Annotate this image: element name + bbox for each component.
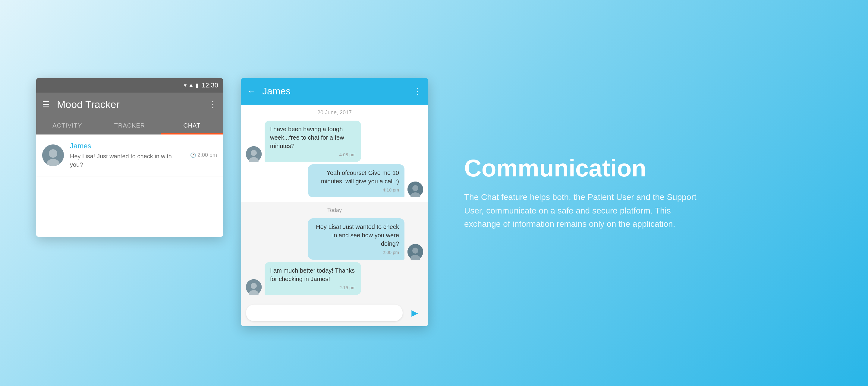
contact-name: James — [70, 142, 184, 150]
status-bar-1: ▾ ▲ ▮ 12:30 — [36, 78, 223, 93]
battery-icon: ▮ — [195, 82, 198, 89]
right-content: Communication The Chat feature helps bot… — [464, 155, 705, 231]
phone-1-screen: ▾ ▲ ▮ 12:30 ☰ Mood Tracker ⋮ ACTIVITY TR… — [36, 78, 223, 237]
chat-contact-name: James — [262, 86, 407, 97]
chat-list: James Hey Lisa! Just wanted to check in … — [36, 135, 223, 176]
chat-app-bar: ← James ⋮ — [241, 78, 428, 105]
message-time: 🕐 2:00 pm — [190, 152, 217, 158]
menu-icon[interactable]: ☰ — [42, 99, 50, 110]
message-group-2: Today Hey Lisa! Ju — [241, 202, 428, 300]
chat-list-item[interactable]: James Hey Lisa! Just wanted to check in … — [36, 135, 223, 176]
receiver-avatar-1 — [407, 182, 423, 197]
message-bubble-3: Hey Lisa! Just wanted to check in and se… — [308, 218, 404, 260]
avatar-james — [42, 144, 64, 166]
message-row-sent-1: Yeah ofcourse! Give me 10 minutes, will … — [246, 165, 423, 197]
app-title: Mood Tracker — [57, 99, 201, 110]
message-input[interactable] — [246, 304, 403, 321]
clock-display: 12:30 — [202, 82, 218, 89]
svg-point-4 — [251, 150, 257, 156]
send-button[interactable]: ► — [406, 304, 423, 322]
receiver-avatar-2 — [407, 244, 423, 260]
more-options-icon[interactable]: ⋮ — [209, 99, 217, 110]
message-bubble-2: Yeah ofcourse! Give me 10 minutes, will … — [308, 165, 404, 197]
communication-title: Communication — [464, 155, 705, 182]
svg-point-13 — [251, 283, 257, 289]
svg-point-10 — [412, 247, 418, 254]
message-group-june: I have been having a tough week...free t… — [241, 121, 428, 202]
tab-tracker[interactable]: TRACKER — [98, 117, 161, 135]
message-row-sent-2: Hey Lisa! Just wanted to check in and se… — [246, 218, 423, 260]
message-group-today: Hey Lisa! Just wanted to check in and se… — [241, 218, 428, 300]
wifi-icon: ▾ — [184, 82, 187, 89]
chat-info: James Hey Lisa! Just wanted to check in … — [70, 142, 184, 169]
app-bar-1: ☰ Mood Tracker ⋮ — [36, 93, 223, 117]
phone-2-screen: ← James ⋮ 20 June, 2017 — [241, 78, 428, 326]
message-bubble-1: I have been having a tough week...free t… — [265, 121, 361, 162]
message-group-1: 20 June, 2017 I ha — [241, 105, 428, 202]
chat-more-icon[interactable]: ⋮ — [413, 86, 422, 96]
signal-icon: ▲ — [188, 82, 194, 88]
message-bubble-4: I am much better today! Thanks for check… — [265, 262, 361, 295]
status-icons: ▾ ▲ ▮ — [184, 82, 198, 89]
sender-avatar-1 — [246, 146, 261, 162]
message-preview: Hey Lisa! Just wanted to check in with y… — [70, 152, 184, 169]
back-icon[interactable]: ← — [247, 86, 256, 96]
send-icon: ► — [409, 307, 420, 319]
messages-container: 20 June, 2017 I ha — [241, 105, 428, 326]
date-separator-2: Today — [241, 202, 428, 218]
tab-bar: ACTIVITY TRACKER CHAT — [36, 117, 223, 135]
svg-point-7 — [412, 185, 418, 191]
svg-point-1 — [49, 149, 57, 158]
message-row-received-1: I have been having a tough week...free t… — [246, 121, 423, 162]
date-separator-1: 20 June, 2017 — [241, 105, 428, 121]
sender-avatar-2 — [246, 279, 261, 295]
phone-1-empty-area — [36, 176, 223, 237]
input-bar: ► — [241, 300, 428, 326]
message-row-received-2: I am much better today! Thanks for check… — [246, 262, 423, 295]
tab-chat[interactable]: CHAT — [161, 117, 223, 135]
tab-activity[interactable]: ACTIVITY — [36, 117, 98, 135]
communication-description: The Chat feature helps both, the Patient… — [464, 190, 705, 231]
